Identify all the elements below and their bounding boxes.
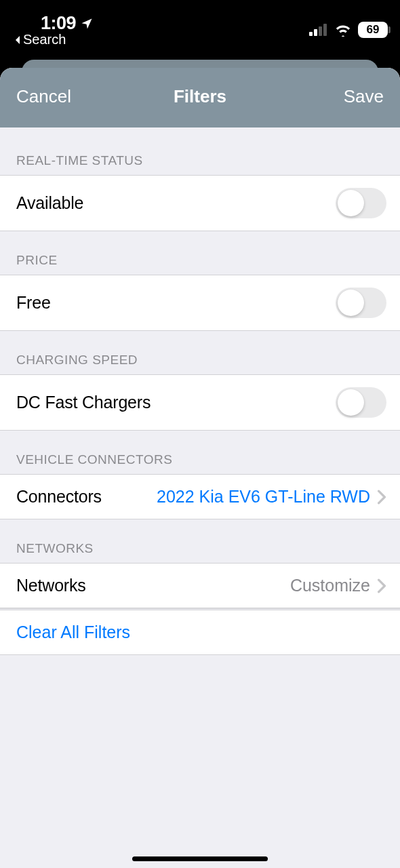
location-icon <box>80 17 94 31</box>
time-label: 1:09 <box>41 13 76 34</box>
networks-label: Networks <box>16 576 86 595</box>
dc-fast-label: DC Fast Chargers <box>16 393 151 412</box>
svg-rect-3 <box>323 24 327 36</box>
row-available: Available <box>0 175 400 231</box>
free-toggle[interactable] <box>336 288 386 318</box>
battery-indicator: 69 <box>358 22 388 38</box>
svg-rect-1 <box>314 29 317 36</box>
row-clear-filters[interactable]: Clear All Filters <box>0 610 400 655</box>
save-button[interactable]: Save <box>316 86 384 107</box>
connectors-label: Connectors <box>16 487 102 507</box>
toggle-knob <box>338 290 364 316</box>
status-time: 1:09 <box>41 13 94 34</box>
cancel-button[interactable]: Cancel <box>16 86 84 107</box>
svg-rect-2 <box>319 26 322 36</box>
dc-fast-toggle[interactable] <box>336 387 386 418</box>
back-label: Search <box>23 32 66 47</box>
section-header-connectors: VEHICLE CONNECTORS <box>0 431 400 474</box>
free-label: Free <box>16 293 51 313</box>
cellular-icon <box>309 24 328 36</box>
available-label: Available <box>16 193 83 213</box>
home-indicator[interactable] <box>132 856 268 861</box>
connectors-value: 2022 Kia EV6 GT-Line RWD <box>102 487 377 507</box>
status-bar: 1:09 Search 69 <box>0 0 400 50</box>
section-header-networks: NETWORKS <box>0 519 400 563</box>
row-dc-fast: DC Fast Chargers <box>0 374 400 431</box>
section-header-price: PRICE <box>0 231 400 275</box>
back-caret-icon <box>14 35 22 45</box>
back-to-search[interactable]: Search <box>14 32 66 47</box>
chevron-right-icon <box>377 578 386 593</box>
section-header-realtime: REAL-TIME STATUS <box>0 127 400 175</box>
wifi-icon <box>334 23 352 37</box>
svg-rect-0 <box>309 32 313 36</box>
filters-sheet: Cancel Filters Save REAL-TIME STATUS Ava… <box>0 68 400 868</box>
status-right: 69 <box>309 22 388 38</box>
row-free: Free <box>0 275 400 331</box>
chevron-right-icon <box>377 490 386 505</box>
navbar: Cancel Filters Save <box>0 68 400 127</box>
row-networks[interactable]: Networks Customize <box>0 563 400 608</box>
toggle-knob <box>338 389 364 416</box>
clear-all-label: Clear All Filters <box>16 623 130 642</box>
available-toggle[interactable] <box>336 188 386 218</box>
toggle-knob <box>338 190 364 216</box>
row-connectors[interactable]: Connectors 2022 Kia EV6 GT-Line RWD <box>0 474 400 519</box>
section-header-speed: CHARGING SPEED <box>0 331 400 374</box>
nav-title: Filters <box>174 86 226 107</box>
battery-level: 69 <box>367 23 380 37</box>
networks-value: Customize <box>86 576 377 595</box>
